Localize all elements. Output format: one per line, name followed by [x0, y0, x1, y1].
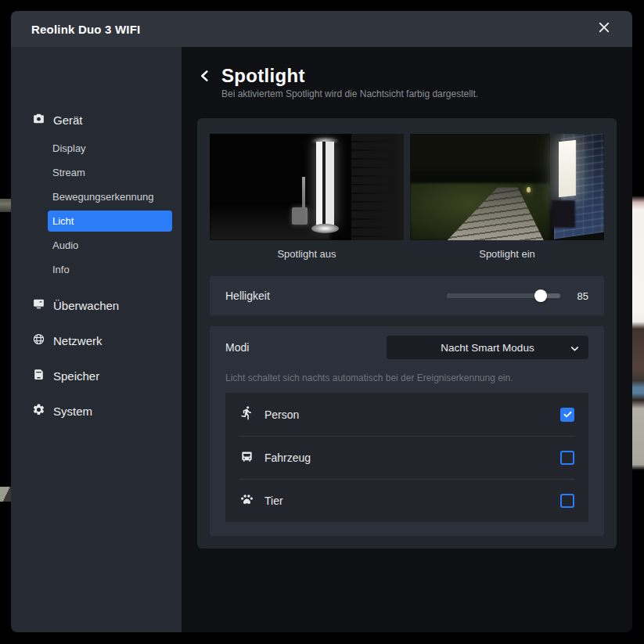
- detection-row-tier: Tier: [239, 479, 574, 522]
- sidebar-item-label: Speicher: [53, 369, 99, 383]
- detection-label: Fahrzeug: [264, 452, 311, 464]
- sidebar-item-system[interactable]: System: [11, 399, 182, 423]
- brightness-value: 85: [573, 290, 588, 302]
- sidebar: Gerät Display Stream Bewegungserkennung …: [11, 47, 182, 632]
- sidebar-item-display[interactable]: Display: [11, 136, 182, 160]
- camera-icon: [32, 112, 45, 128]
- person-checkbox[interactable]: [560, 408, 574, 422]
- mode-section: Modi Nacht Smart Modus Licht schaltet si…: [210, 326, 604, 536]
- preview-label-on: Spotlight ein: [410, 248, 604, 260]
- brightness-slider-knob[interactable]: [534, 290, 547, 302]
- monitor-icon: [32, 297, 45, 313]
- sidebar-item-speicher[interactable]: Speicher: [11, 364, 182, 387]
- sidebar-item-label: Gerät: [53, 113, 83, 127]
- page-header: Spotlight Bei aktiviertem Spotlight wird…: [197, 66, 617, 99]
- page-title: Spotlight: [221, 66, 478, 86]
- chevron-down-icon: [570, 343, 580, 357]
- sidebar-item-label: System: [53, 405, 92, 418]
- sidebar-item-ueberwachen[interactable]: Überwachen: [11, 293, 182, 317]
- gear-icon: [32, 403, 45, 419]
- sidebar-item-info[interactable]: Info: [11, 257, 182, 282]
- settings-modal: Reolink Duo 3 WIFI Gerät Display Stream: [11, 11, 632, 632]
- globe-icon: [32, 333, 45, 348]
- sidebar-item-label: Netzwerk: [53, 334, 103, 347]
- brightness-slider-fill: [447, 293, 543, 298]
- spotlight-off-image: [210, 134, 404, 240]
- running-person-icon: [239, 405, 254, 423]
- mode-dropdown[interactable]: Nacht Smart Modus: [387, 336, 588, 359]
- detection-list: Person Fahrzeug: [225, 393, 588, 522]
- spotlight-on-image: [410, 134, 604, 240]
- background-camera-strip-left-top: [0, 199, 11, 212]
- mode-label: Modi: [225, 341, 249, 354]
- detection-row-person: Person: [239, 393, 574, 436]
- brightness-row: Helligkeit 85: [210, 276, 604, 315]
- brightness-slider[interactable]: [447, 293, 560, 298]
- page-subtitle: Bei aktiviertem Spotlight wird die Nacht…: [221, 88, 478, 99]
- storage-icon: [32, 368, 45, 383]
- tier-checkbox[interactable]: [560, 494, 574, 508]
- car-icon: [239, 449, 254, 467]
- sidebar-item-label: Überwachen: [53, 299, 119, 312]
- main-content: Spotlight Bei aktiviertem Spotlight wird…: [182, 47, 632, 632]
- preview-label-off: Spotlight aus: [210, 248, 404, 260]
- mode-help-text: Licht schaltet sich nachts automatisch b…: [225, 372, 588, 383]
- brightness-label: Helligkeit: [225, 290, 270, 302]
- detection-label: Tier: [264, 495, 283, 507]
- close-button[interactable]: [593, 18, 615, 40]
- preview-images: Spotlight aus: [210, 134, 604, 260]
- window-title: Reolink Duo 3 WIFI: [31, 23, 140, 36]
- back-button[interactable]: [198, 68, 211, 87]
- sidebar-item-geraet[interactable]: Gerät: [11, 110, 182, 130]
- spotlight-panel: Spotlight aus: [197, 118, 617, 549]
- preview-spotlight-on: Spotlight ein: [410, 134, 604, 260]
- chevron-left-icon: [198, 73, 211, 86]
- sidebar-item-licht[interactable]: Licht: [48, 210, 172, 232]
- screen: Reolink Duo 3 WIFI Gerät Display Stream: [0, 0, 644, 644]
- fahrzeug-checkbox[interactable]: [560, 451, 574, 465]
- detection-row-fahrzeug: Fahrzeug: [239, 436, 574, 479]
- sidebar-item-audio[interactable]: Audio: [11, 233, 182, 257]
- sidebar-item-netzwerk[interactable]: Netzwerk: [11, 329, 182, 352]
- detection-label: Person: [264, 408, 299, 421]
- paw-icon: [239, 492, 254, 510]
- titlebar: Reolink Duo 3 WIFI: [11, 11, 632, 47]
- mode-dropdown-value: Nacht Smart Modus: [441, 342, 534, 354]
- background-camera-strip-left-bottom: [0, 487, 11, 502]
- sidebar-item-stream[interactable]: Stream: [11, 160, 182, 185]
- preview-spotlight-off: Spotlight aus: [210, 134, 404, 260]
- device-submenu: Display Stream Bewegungserkennung Licht …: [11, 136, 182, 282]
- background-camera-strip-right: [632, 196, 644, 476]
- close-icon: [597, 20, 611, 38]
- sidebar-item-bewegungserkennung[interactable]: Bewegungserkennung: [11, 185, 182, 209]
